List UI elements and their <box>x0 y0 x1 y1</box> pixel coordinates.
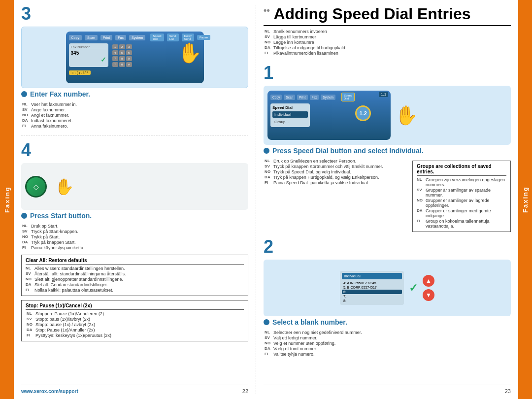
main-content: 3 Copy Scan Print Fax System SpeedDial <box>14 0 518 399</box>
step-2-header: Select a blank number. <box>264 318 511 326</box>
lang-line: SVÅterställ allt: standardinställningarn… <box>26 271 244 276</box>
step-2-section: 2 Individual 4: A INC:5501232345 5: B CO… <box>264 238 511 357</box>
lang-line: NOSlett alt: gjenoppretter standardinnst… <box>26 277 244 282</box>
footer-left: www.xerox.com/support 22 <box>21 385 248 394</box>
step-3-section: 3 Copy Scan Print Fax System SpeedDial <box>21 5 248 129</box>
speed-dial-screen-label: Speed Dial <box>272 105 308 110</box>
step-2-langs: NLSelecteer een nog niet gedefinieerd nu… <box>265 330 511 357</box>
check-mark-step2: ✓ <box>409 282 418 295</box>
website-link[interactable]: www.xerox.com/support <box>21 389 78 394</box>
right-tab-label: Faxing <box>522 186 529 213</box>
right-column: •• Adding Speed Dial Entries NLSnelkiesn… <box>256 5 511 394</box>
start-button-green[interactable]: ◇ <box>25 176 47 198</box>
step-2-number: 2 <box>264 238 273 256</box>
lang-line: SVTryck på Start-knappen. <box>22 229 248 234</box>
lang-line: NLStoppen: Pauze (1x)/Annuleren (2) <box>27 311 244 316</box>
lang-line: DAIndtast faxnummeret. <box>22 118 248 123</box>
individual-list-image: Individual 4: A INC:5501232345 5: B CORP… <box>264 260 511 316</box>
step-2-title: Select a blank number. <box>272 318 347 326</box>
step-3-langs: NLVoer het faxnummer in. SVAnge faxnumme… <box>22 102 248 129</box>
lang-line: DATryk på knappen Start. <box>22 240 248 245</box>
lang-line: FIPaina käynnistyspainiketta. <box>22 245 248 250</box>
step-1-1-badge: 1.1 <box>379 92 388 97</box>
lang-line: NOStopp: pause (1x) / avbryt (2x) <box>27 322 244 327</box>
clear-all-box: Clear All: Restore defaults NLAlles wiss… <box>21 255 248 296</box>
step-4-section: 4 ◇ 🤚 Press Start button. NLDr <box>21 141 248 341</box>
lang-line: SVAnge faxnummer. <box>22 107 248 112</box>
step-4-langs: NLDruk op Start. SVTryck på Start-knappe… <box>22 224 248 251</box>
step-1-section: 1 Copy Scan Print Fax System SpeedDial <box>264 64 511 232</box>
lang-line: NLAlles wissen: standaardinstellingen he… <box>26 266 244 271</box>
left-faxing-tab: Faxing <box>0 0 14 399</box>
step-4-dot <box>21 213 27 219</box>
speed-dial-image: Copy Scan Print Fax System SpeedDial Spe… <box>264 86 511 145</box>
step-1-header: Press Speed Dial button and select Indiv… <box>264 147 511 155</box>
two-columns: 3 Copy Scan Print Fax System SpeedDial <box>14 0 518 399</box>
page-number-right: 23 <box>505 388 511 394</box>
fax-screen-label: Fax Number <box>71 45 106 49</box>
step-4-title: Press Start button. <box>30 212 92 220</box>
step-3-number: 3 <box>21 5 31 23</box>
groups-box: Groups are collections of saved entries.… <box>412 161 511 232</box>
step-1-2-badge: 1.2 <box>355 105 371 121</box>
lang-line: NOTrykk på Start. <box>22 234 248 239</box>
fax-number-display: 345 <box>71 50 106 56</box>
page-number-left: 22 <box>242 388 248 394</box>
lang-line: NLVoer het faxnummer in. <box>22 102 248 107</box>
lang-line: DAStop: Pause (1x)/Annuller (2x) <box>27 328 244 332</box>
nav-up-button[interactable]: ▲ <box>423 275 434 287</box>
step-4-row: 4 <box>21 141 248 159</box>
page-title-text: Adding Speed Dial Entries <box>273 5 470 23</box>
groups-box-title: Groups are collections of saved entries. <box>417 164 506 176</box>
footer-right: 23 <box>264 385 511 394</box>
step-3-header: Enter Fax number. <box>21 90 248 98</box>
title-prefix: •• <box>264 5 270 15</box>
step-1-title: Press Speed Dial button and select Indiv… <box>272 147 424 155</box>
individual-screen-title: Individual <box>342 273 402 279</box>
step-1-row: 1 <box>264 64 511 82</box>
step-4-number: 4 <box>21 141 31 159</box>
step-3-title: Enter Fax number. <box>30 90 90 98</box>
page-title: •• Adding Speed Dial Entries <box>264 5 511 26</box>
right-faxing-tab: Faxing <box>518 0 532 399</box>
stop-box: Stop: Pause (1x)/Cancel (2x) NLStoppen: … <box>21 300 248 341</box>
right-header: •• Adding Speed Dial Entries NLSnelkiesn… <box>264 5 511 58</box>
step-1-content: NLDruk op Snelkiezen en selecteer Persoo… <box>264 159 511 232</box>
stop-title: Stop: Pause (1x)/Cancel (2x) <box>26 303 244 310</box>
left-tab-label: Faxing <box>3 186 11 213</box>
clear-all-title: Clear All: Restore defaults <box>26 258 244 265</box>
step-3-row: 3 <box>21 5 248 23</box>
lang-line: SVStopp: paus (1x)/avbryt (2x) <box>27 317 244 322</box>
group-option: Group... <box>272 119 308 125</box>
lang-line: FINollaa kaikki: palauttaa oletusasetuks… <box>26 288 244 293</box>
fax-machine-image-3: Copy Scan Print Fax System SpeedDial Sen… <box>21 27 248 88</box>
individual-option: Individual <box>272 111 308 118</box>
step-1-number: 1 <box>264 64 273 82</box>
left-column: 3 Copy Scan Print Fax System SpeedDial <box>21 5 256 394</box>
lang-line: FIAnna faksinumero. <box>22 124 248 129</box>
nav-down-button[interactable]: ▼ <box>423 289 434 301</box>
info-boxes: Clear All: Restore defaults NLAlles wiss… <box>21 253 248 296</box>
step-4-header: Press Start button. <box>21 212 248 220</box>
lang-line: NLDruk op Start. <box>22 224 248 229</box>
step-3-dot <box>21 91 27 97</box>
nav-buttons: ▲ ▼ <box>423 275 434 301</box>
start-button-image: ◇ 🤚 <box>21 163 248 210</box>
lang-line: FIPysäytys: keskeytys (1x)/peruutus (2x) <box>27 333 244 338</box>
lang-line: NOAngi et faxnummer. <box>22 113 248 118</box>
step-1-langs: NLDruk op Snelkiezen en selecteer Persoo… <box>265 159 407 232</box>
right-intro-langs: NLSnelkiesnummers invoeren SVLägga till … <box>265 29 511 56</box>
step-2-row: 2 <box>264 238 511 256</box>
lang-line: DASlet alt: Gendan standardindstillinger… <box>26 282 244 287</box>
